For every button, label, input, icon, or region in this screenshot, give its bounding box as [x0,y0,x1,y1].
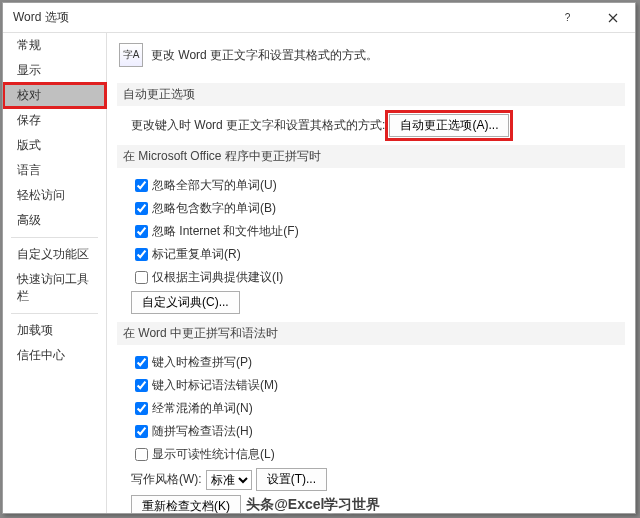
sidebar-item-trust[interactable]: 信任中心 [3,343,106,368]
help-button[interactable]: ? [545,3,590,33]
close-button[interactable] [590,3,635,33]
section-word-title: 在 Word 中更正拼写和语法时 [117,322,625,345]
cb-ignore-internet[interactable] [135,225,148,238]
cb-readability[interactable] [135,448,148,461]
page-header: 更改 Word 更正文字和设置其格式的方式。 [151,47,378,64]
sidebar: 常规 显示 校对 保存 版式 语言 轻松访问 高级 自定义功能区 快速访问工具栏… [3,33,107,513]
cb-ignore-numbers[interactable] [135,202,148,215]
settings-button[interactable]: 设置(T)... [256,468,327,491]
content-pane: 字A 更改 Word 更正文字和设置其格式的方式。 自动更正选项 更改键入时 W… [107,33,635,513]
sidebar-item-ease[interactable]: 轻松访问 [3,183,106,208]
cb-check-grammar-with-spelling[interactable] [135,425,148,438]
proofing-icon: 字A [119,43,143,67]
cb-flag-repeated[interactable] [135,248,148,261]
autocorrect-lead: 更改键入时 Word 更正文字和设置其格式的方式: [131,117,385,134]
titlebar: Word 选项 ? [3,3,635,33]
cb-ignore-numbers-label: 忽略包含数字的单词(B) [152,201,276,215]
cb-mark-grammar-label: 键入时标记语法错误(M) [152,378,278,392]
sidebar-item-addins[interactable]: 加载项 [3,318,106,343]
sidebar-item-language[interactable]: 语言 [3,158,106,183]
recheck-document-button[interactable]: 重新检查文档(K) [131,495,241,513]
watermark: 头条@Excel学习世界 [246,496,380,514]
cb-main-dict-only-label: 仅根据主词典提供建议(I) [152,270,283,284]
cb-readability-label: 显示可读性统计信息(L) [152,447,275,461]
section-office-title: 在 Microsoft Office 程序中更正拼写时 [117,145,625,168]
writing-style-select[interactable]: 标准 [206,470,252,490]
window-title: Word 选项 [13,9,69,26]
cb-check-grammar-with-spelling-label: 随拼写检查语法(H) [152,424,253,438]
options-dialog: Word 选项 ? 常规 显示 校对 保存 版式 语言 轻松访问 高级 自定义功… [2,2,636,514]
cb-check-spelling[interactable] [135,356,148,369]
sidebar-item-display[interactable]: 显示 [3,58,106,83]
sidebar-item-proofing[interactable]: 校对 [3,83,106,108]
sidebar-item-save[interactable]: 保存 [3,108,106,133]
sidebar-item-advanced[interactable]: 高级 [3,208,106,233]
cb-ignore-internet-label: 忽略 Internet 和文件地址(F) [152,224,299,238]
cb-mark-grammar[interactable] [135,379,148,392]
sidebar-item-qat[interactable]: 快速访问工具栏 [3,267,106,309]
cb-ignore-uppercase-label: 忽略全部大写的单词(U) [152,178,277,192]
cb-main-dict-only[interactable] [135,271,148,284]
close-icon [608,13,618,23]
section-autocorrect-title: 自动更正选项 [117,83,625,106]
writing-style-label: 写作风格(W): [131,471,202,488]
autocorrect-options-button[interactable]: 自动更正选项(A)... [389,114,509,137]
cb-ignore-uppercase[interactable] [135,179,148,192]
custom-dictionaries-button[interactable]: 自定义词典(C)... [131,291,240,314]
sidebar-item-general[interactable]: 常规 [3,33,106,58]
sidebar-item-layout[interactable]: 版式 [3,133,106,158]
cb-confused-words-label: 经常混淆的单词(N) [152,401,253,415]
sidebar-item-customize-ribbon[interactable]: 自定义功能区 [3,242,106,267]
cb-check-spelling-label: 键入时检查拼写(P) [152,355,252,369]
cb-confused-words[interactable] [135,402,148,415]
cb-flag-repeated-label: 标记重复单词(R) [152,247,241,261]
